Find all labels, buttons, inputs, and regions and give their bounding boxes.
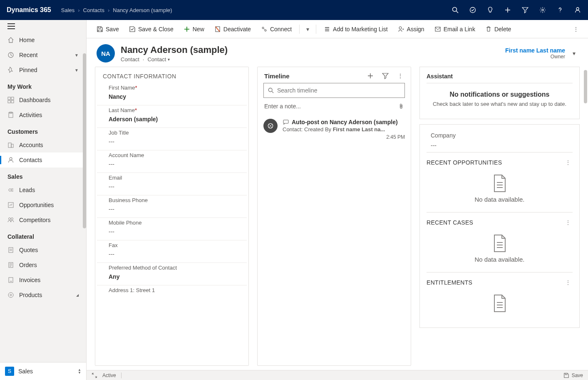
record-title: Nancy Aderson (sample) <box>121 45 499 55</box>
address1-field[interactable]: Address 1: Street 1 <box>97 285 247 300</box>
record-header: NA Nancy Aderson (sample) Contact · Cont… <box>87 38 588 67</box>
job-title-field[interactable]: Job Title --- <box>97 128 247 150</box>
company-value[interactable]: --- <box>431 142 573 149</box>
nav-accounts[interactable]: Accounts <box>0 138 86 152</box>
svg-point-37 <box>268 88 272 92</box>
svg-line-29 <box>216 27 220 32</box>
card-title: CONTACT INFORMATION <box>95 67 248 83</box>
command-overflow[interactable]: ⋮ <box>570 23 582 35</box>
side-nav: Home Recent ▼ Pinned ▼ My Work Dashboard… <box>0 20 87 380</box>
nav-dashboards[interactable]: Dashboards <box>0 92 86 108</box>
deactivate-icon <box>214 26 221 32</box>
breadcrumb-contacts[interactable]: Contacts <box>83 7 104 13</box>
fax-field[interactable]: Fax --- <box>97 240 247 263</box>
top-nav-bar: Dynamics 365 Sales › Contacts › Nancy Ad… <box>0 0 588 20</box>
nav-section-sales: Sales <box>0 168 86 182</box>
timeline-note-input[interactable]: Enter a note... <box>263 101 405 111</box>
svg-point-0 <box>453 8 457 12</box>
nav-invoices[interactable]: Invoices <box>0 272 86 288</box>
form-selector[interactable]: Contact ▾ <box>147 56 170 62</box>
expand-triangle-icon: ◢ <box>76 293 79 297</box>
attachment-icon[interactable] <box>398 103 404 110</box>
nav-pinned[interactable]: Pinned ▼ <box>0 62 86 78</box>
timeline-search-input[interactable] <box>277 87 400 94</box>
breadcrumb-record[interactable]: Nancy Aderson (sample) <box>113 7 172 13</box>
last-name-field[interactable]: Last Name* Aderson (sample) <box>97 105 247 128</box>
people-icon <box>7 217 14 223</box>
business-phone-field[interactable]: Business Phone --- <box>97 195 247 218</box>
assistant-card: Assistant No notifications or suggestion… <box>419 67 580 119</box>
help-icon[interactable] <box>556 6 564 14</box>
nav-activities[interactable]: Activities <box>0 108 86 122</box>
entitlements-menu[interactable]: ⋮ <box>563 279 573 286</box>
product-icon <box>7 292 14 298</box>
search-icon[interactable] <box>452 6 459 14</box>
owner-link[interactable]: First name Last name <box>505 47 565 54</box>
mobile-phone-field[interactable]: Mobile Phone --- <box>97 218 247 240</box>
connect-button[interactable]: Connect <box>257 23 296 35</box>
brand-name[interactable]: Dynamics 365 <box>7 6 51 14</box>
nav-recent[interactable]: Recent ▼ <box>0 48 86 62</box>
email-icon <box>434 26 441 32</box>
assistant-sub: Check back later to see what's new and s… <box>427 101 573 107</box>
timeline-search[interactable] <box>263 83 405 98</box>
timeline-filter-icon[interactable] <box>382 72 389 80</box>
status-value[interactable]: Active <box>102 372 116 378</box>
footer-save-button[interactable]: Save <box>563 372 583 378</box>
first-name-field[interactable]: First Name* Nancy <box>97 83 247 105</box>
nav-home[interactable]: Home <box>0 32 86 48</box>
timeline-add-icon[interactable] <box>367 72 374 80</box>
area-switcher[interactable]: S Sales ▲▼ <box>0 362 86 380</box>
header-expand[interactable]: ▾ <box>570 48 578 59</box>
breadcrumb-sales[interactable]: Sales <box>61 7 75 13</box>
save-icon <box>97 26 103 32</box>
save-close-button[interactable]: Save & Close <box>125 23 178 35</box>
content-scrollbar[interactable] <box>584 70 587 103</box>
new-button[interactable]: New <box>179 23 208 35</box>
task-icon[interactable] <box>469 6 476 14</box>
timeline-item[interactable]: Auto-post on Nancy Aderson (sample) Cont… <box>258 115 411 146</box>
nav-quotes[interactable]: Quotes <box>0 242 86 258</box>
delete-button[interactable]: Delete <box>481 23 515 35</box>
nav-products[interactable]: Products ◢ <box>0 288 86 302</box>
nav-leads[interactable]: Leads <box>0 182 86 198</box>
person-icon[interactable] <box>574 6 581 14</box>
save-close-icon <box>129 26 136 32</box>
nav-competitors[interactable]: Competitors <box>0 212 86 228</box>
add-marketing-button[interactable]: Add to Marketing List <box>320 23 392 35</box>
clipboard-icon <box>7 112 14 118</box>
email-field[interactable]: Email --- <box>97 173 247 195</box>
filter-icon[interactable] <box>521 6 529 14</box>
recent-cases-menu[interactable]: ⋮ <box>563 219 573 226</box>
nav-opportunities[interactable]: Opportunities <box>0 198 86 212</box>
connect-dropdown[interactable]: ▾ <box>303 24 313 34</box>
command-bar: Save Save & Close New Deactivate Connect… <box>87 20 588 38</box>
sitemap-toggle[interactable] <box>0 20 86 32</box>
add-icon[interactable] <box>504 6 511 14</box>
save-button[interactable]: Save <box>92 23 123 35</box>
gear-icon[interactable] <box>539 6 546 14</box>
details-card: Company --- RECENT OPPORTUNITIES ⋮ No da… <box>419 124 580 328</box>
assistant-headline: No notifications or suggestions <box>427 91 573 98</box>
breadcrumb: Sales › Contacts › Nancy Aderson (sample… <box>61 7 172 13</box>
status-bar: Active Save <box>87 370 588 380</box>
email-link-button[interactable]: Email a Link <box>430 23 479 35</box>
assistant-title: Assistant <box>427 73 573 80</box>
no-data-opps: No data available. <box>427 170 573 209</box>
save-icon <box>563 372 569 378</box>
list-icon <box>324 26 330 32</box>
sidebar-scrollbar[interactable] <box>83 53 86 228</box>
timeline-time: 2:45 PM <box>283 134 405 140</box>
preferred-contact-field[interactable]: Preferred Method of Contact Any <box>97 263 247 285</box>
account-field[interactable]: Account Name --- <box>97 150 247 173</box>
deactivate-button[interactable]: Deactivate <box>210 23 255 35</box>
timeline-menu[interactable]: ⋮ <box>397 72 404 80</box>
assign-button[interactable]: Assign <box>394 23 429 35</box>
lightbulb-icon[interactable] <box>486 6 494 14</box>
recent-opps-menu[interactable]: ⋮ <box>563 159 573 166</box>
nav-orders[interactable]: Orders <box>0 258 86 272</box>
nav-contacts[interactable]: Contacts <box>0 152 86 168</box>
svg-rect-21 <box>9 248 13 252</box>
quote-icon <box>7 247 14 253</box>
expand-icon[interactable] <box>92 372 97 378</box>
